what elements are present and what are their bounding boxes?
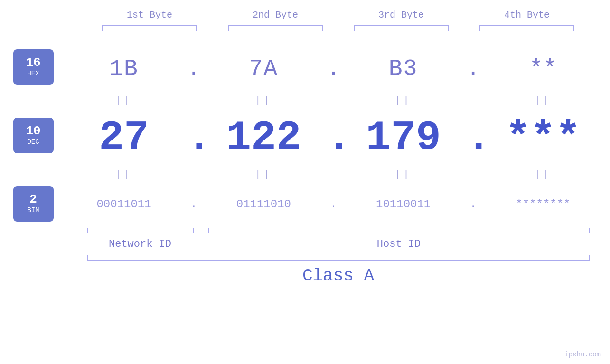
byte-headers: 1st Byte 2nd Byte 3rd Byte 4th Byte [87,9,590,20]
header-byte3: 3rd Byte [349,9,453,20]
eq1-b3: || [351,95,456,106]
badge-hex: 16 HEX [13,49,54,85]
dec-dot3: . [466,114,480,161]
badge-dec-number: 10 [26,125,40,137]
bin-dot3: . [466,198,480,211]
network-id-label: Network ID [87,238,194,250]
bin-b1: 00011011 [72,198,176,211]
bottom-section: Network ID Host ID [87,228,590,250]
hex-b4: ** [491,56,595,82]
badge-bin: 2 BIN [13,186,54,222]
header-byte1: 1st Byte [97,9,202,20]
watermark: ipshu.com [564,351,601,358]
hex-dot1: . [187,56,201,82]
badge-dec: 10 DEC [13,118,54,153]
equals-row-1: || || || || [66,93,601,109]
dec-b2: 122 [211,114,316,161]
top-brackets [87,25,590,31]
bracket-network [87,228,194,233]
equals-row-2: || || || || [66,166,601,183]
dec-b1: 27 [72,114,176,161]
eq2-b4: || [491,169,595,180]
hex-b2: 7A [211,56,316,82]
badge-bin-label: BIN [27,206,39,214]
main-container: 1st Byte 2nd Byte 3rd Byte 4th Byte 16 H… [0,0,610,364]
bin-b3: 10110011 [351,198,456,211]
dec-b3: 179 [351,114,456,161]
hex-b3: B3 [351,56,456,82]
bin-b4: ******** [491,198,595,211]
bin-row: 00011011 . 01111010 . 10110011 . *******… [66,183,601,225]
bracket-top-3 [354,25,449,31]
badge-bin-number: 2 [29,193,37,205]
values-grid: 1B . 7A . B3 . ** || || [66,45,610,225]
header-byte4: 4th Byte [475,9,579,20]
hex-row: 1B . 7A . B3 . ** [66,45,601,93]
eq2-b1: || [72,169,176,180]
dec-row: 27 . 122 . 179 . *** [66,109,601,166]
class-label: Class A [87,266,590,286]
eq2-b3: || [351,169,456,180]
hex-dot2: . [326,56,340,82]
bin-dot2: . [326,198,340,211]
dec-b4: *** [491,114,595,161]
eq1-b1: || [72,95,176,106]
bracket-top-2 [228,25,323,31]
bin-b2: 01111010 [211,198,316,211]
bracket-top-1 [102,25,197,31]
header-byte2: 2nd Byte [223,9,328,20]
class-full-bracket [87,255,590,261]
badge-hex-label: HEX [27,70,39,77]
badges-column: 16 HEX 10 DEC 2 BIN [0,45,66,225]
hex-b1: 1B [72,56,176,82]
bracket-host [208,228,590,233]
bottom-labels: Network ID Host ID [87,238,590,250]
bracket-top-4 [479,25,574,31]
bin-dot1: . [187,198,201,211]
bottom-brackets [87,228,590,233]
dec-dot2: . [326,114,340,161]
dec-dot1: . [187,114,201,161]
badge-dec-label: DEC [27,138,39,146]
hex-dot3: . [466,56,480,82]
host-id-label: Host ID [208,238,590,250]
eq1-b2: || [211,95,316,106]
eq1-b4: || [491,95,595,106]
eq2-b2: || [211,169,316,180]
badge-hex-number: 16 [26,56,40,69]
rows-area: 16 HEX 10 DEC 2 BIN 1B . [0,45,610,225]
class-section: Class A [87,255,590,286]
